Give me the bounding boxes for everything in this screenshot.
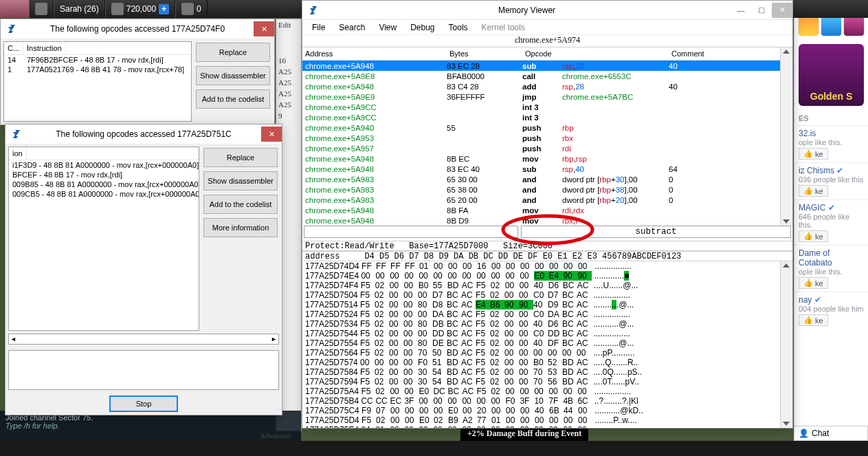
menu-debug[interactable]: Debug — [405, 21, 440, 34]
disasm-row[interactable]: chrome.exe+5A9488B FAmovrdi,rdx — [302, 205, 780, 215]
menu-view[interactable]: View — [373, 21, 402, 34]
replace-button[interactable]: Replace — [196, 43, 270, 62]
disasm-row[interactable]: chrome.exe+5A9E8BFAB0000callchrome.exe+6… — [302, 71, 780, 81]
fb-page-item[interactable]: 32.isople like this.👍ke — [794, 125, 868, 162]
hex-protect-line: Protect:Read/Write Base=177A25D7000 Size… — [302, 241, 792, 251]
opcode-row[interactable]: 009B85 - 48 8B 81 A0000000 - mov rax,[rc… — [9, 180, 199, 189]
maximize-icon[interactable]: ▢ — [751, 3, 772, 18]
fb-page-item[interactable]: MAGIC ✔646 people like this.👍ke — [794, 199, 868, 245]
col-instruction[interactable]: Instruction — [23, 42, 66, 54]
disasm-row[interactable]: chrome.exe+5A9CCint 3 — [302, 112, 780, 122]
hex-row[interactable]: 177A25D75C4 F90700000000E00020000000406B… — [305, 406, 780, 415]
replace-button[interactable]: Replace — [203, 148, 278, 167]
game-tile-2[interactable] — [821, 15, 841, 36]
hex-row[interactable]: 177A25D75D4 F5020000E002B9A2770100000000… — [305, 415, 780, 425]
address-input[interactable] — [304, 226, 518, 238]
hex-row[interactable]: 177A25D7504 F502000000D7BCACF5020000C0D7… — [305, 290, 780, 300]
menu-kernel-tools[interactable]: Kernel tools — [476, 21, 531, 34]
like-button[interactable]: 👍ke — [799, 314, 828, 326]
hex-row[interactable]: 177A25D75E4 8401000000000000000000000000… — [305, 425, 780, 428]
game-tile-1[interactable] — [799, 15, 819, 36]
chat-icon: 👤 — [799, 428, 809, 438]
player-name[interactable]: Sarah (26) — [60, 4, 99, 14]
minimize-icon[interactable]: — — [731, 3, 751, 18]
disasm-row[interactable]: chrome.exe+5A953pushrbx — [302, 133, 780, 143]
col-args[interactable] — [562, 47, 669, 60]
hex-dump-pane[interactable]: 177A25D74D4 FFFFFFFF01000000160000000000… — [302, 261, 792, 428]
disasm-row[interactable]: chrome.exe+5A98365 38 00anddword ptr [rb… — [302, 184, 780, 195]
hex-row[interactable]: 177A25D7514 F502000080D8BCACE4B6909040D9… — [305, 300, 780, 310]
hex-row[interactable]: 177A25D75B4 CCCCEC3F000000000000F03F107F… — [305, 396, 780, 406]
fb-page-item[interactable]: iz Chisms ✔036 people like this👍ke — [794, 162, 868, 199]
disasm-row[interactable]: chrome.exe+5A957pushrdi — [302, 143, 780, 153]
col-opcode[interactable]: Opcode — [522, 47, 562, 60]
disassembler-pane[interactable]: Address Bytes Opcode Comment chrome.exe+… — [302, 47, 792, 226]
stop-button[interactable]: Stop — [109, 395, 178, 412]
like-button[interactable]: 👍ke — [799, 185, 828, 197]
hex-column-header[interactable]: address D4 D5 D6 D7 D8 D9 DA DB DC DD DE… — [302, 251, 792, 261]
hex-row[interactable]: 177A25D74F4 F5020000B055BDACF502000040D6… — [305, 281, 780, 290]
opcode-row[interactable]: i1F3D9 - 48 8B 81 A0000000 - mov rax,[rc… — [9, 160, 199, 170]
disasm-row[interactable]: chrome.exe+5A94883 C4 28addrsp,2840 — [302, 81, 780, 91]
current-address[interactable]: chrome.exe+5A974 — [302, 35, 792, 47]
add-currency-button[interactable]: + — [159, 4, 169, 14]
hex-row[interactable]: 177A25D7534 F502000080DBBCACF502000040D6… — [305, 319, 780, 329]
fb-page-item[interactable]: nay ✔004 people like him👍ke — [794, 292, 868, 329]
close-icon[interactable]: ✕ — [254, 21, 274, 36]
fb-page-item[interactable]: Dame of Cotabatoople like this.👍ke — [794, 245, 868, 292]
hex-row[interactable]: 177A25D7594 F50200003054BDACF50200007056… — [305, 377, 780, 387]
add-to-codelist-button[interactable]: Add to the codelist — [203, 195, 278, 214]
hex-row[interactable]: 177A25D7584 F50200003054BDACF50200007053… — [305, 367, 780, 377]
advanced-label[interactable]: Advanced — [260, 431, 291, 439]
disasm-row[interactable]: chrome.exe+5A9CCint 3 — [302, 102, 780, 112]
command-input[interactable]: subtract — [521, 226, 791, 238]
add-to-codelist-button[interactable]: Add to the codelist — [196, 89, 270, 109]
opcode-row[interactable]: 147F96B2BFCEF - 48 8B 17 - mov rdx,[rdi] — [4, 55, 191, 65]
col-comment[interactable]: Comment — [669, 47, 724, 60]
menu-search[interactable]: Search — [333, 21, 370, 34]
disasm-row[interactable]: chrome.exe+5A98365 20 00anddword ptr [rb… — [302, 195, 780, 205]
hex-row[interactable]: 177A25D7574 00000000F051BDACF5020000B052… — [305, 358, 780, 367]
col-bytes[interactable]: Bytes — [447, 47, 522, 60]
horizontal-scrollbar[interactable]: ◄► — [8, 334, 279, 345]
like-button[interactable]: 👍ke — [799, 277, 828, 289]
windows-taskbar[interactable] — [0, 441, 868, 456]
opcode-row[interactable]: 1177A0521769 - 48 8B 41 78 - mov rax,[rc… — [4, 65, 191, 74]
show-disassembler-button[interactable]: Show disassembler — [196, 66, 270, 85]
avatar[interactable] — [0, 0, 29, 18]
disasm-row[interactable]: chrome.exe+5A94055pushrbp — [302, 122, 780, 133]
opcode-list[interactable]: C... Instruction 147F96B2BFCEF - 48 8B 1… — [3, 41, 192, 122]
disasm-scrollbar[interactable] — [780, 47, 792, 226]
col-count[interactable]: C... — [4, 42, 23, 54]
more-info-button[interactable]: More information — [203, 218, 278, 237]
col-address[interactable]: Address — [302, 47, 447, 60]
hex-row[interactable]: 177A25D74D4 FFFFFFFF01000000160000000000… — [305, 261, 780, 271]
disasm-row[interactable]: chrome.exe+5A9488B D9movrbx,r — [302, 215, 780, 226]
close-icon[interactable]: ✕ — [772, 3, 792, 18]
disasm-row[interactable]: chrome.exe+5A94883 EC 28subrsp,2840 — [302, 61, 780, 71]
disasm-row[interactable]: chrome.exe+5A94883 EC 40subrsp,4064 — [302, 164, 780, 174]
disasm-row[interactable]: chrome.exe+5A98365 30 00anddword ptr [rb… — [302, 174, 780, 184]
hex-row[interactable]: 177A25D74E4 000000000000000000000000E0E4… — [305, 271, 780, 281]
game-tile-3[interactable] — [844, 15, 864, 36]
close-icon[interactable]: ✕ — [261, 127, 282, 142]
hex-row[interactable]: 177A25D7544 F502000000DDBCACF5020000C0DD… — [305, 329, 780, 338]
opcode-list[interactable]: ion i1F3D9 - 48 8B 81 A0000000 - mov rax… — [8, 146, 199, 331]
game-promo[interactable]: Golden S — [799, 44, 864, 106]
menu-file[interactable]: File — [307, 21, 331, 34]
opcode-row[interactable]: 009CB5 - 48 8B 81 A0000000 - mov rax,[rc… — [9, 189, 199, 199]
fb-chat-dock[interactable]: 👤 Chat — [794, 426, 868, 441]
opcode-row[interactable]: BFCEF - 48 8B 17 - mov rdx,[rdi] — [9, 170, 199, 180]
disasm-row[interactable]: chrome.exe+5A9488B ECmovrbp,rsp — [302, 153, 780, 164]
hex-row[interactable]: 177A25D75A4 F5020000E0DCBCACF50200000000… — [305, 387, 780, 396]
hex-row[interactable]: 177A25D7564 F50200007050BDACF50200000000… — [305, 348, 780, 358]
disasm-row[interactable]: chrome.exe+5A9E936FEFFFFjmpchrome.exe+5A… — [302, 91, 780, 102]
like-button[interactable]: 👍ke — [799, 148, 828, 160]
hex-scrollbar[interactable] — [780, 261, 792, 428]
like-button[interactable]: 👍ke — [799, 230, 828, 242]
menu-tools[interactable]: Tools — [443, 21, 474, 34]
hex-row[interactable]: 177A25D7554 F502000080DEBCACF502000040DF… — [305, 338, 780, 348]
show-disassembler-button[interactable]: Show disassembler — [203, 171, 278, 191]
hex-row[interactable]: 177A25D7524 F502000000DABCACF5020000C0DA… — [305, 310, 780, 319]
col-instruction[interactable]: ion — [9, 147, 27, 160]
